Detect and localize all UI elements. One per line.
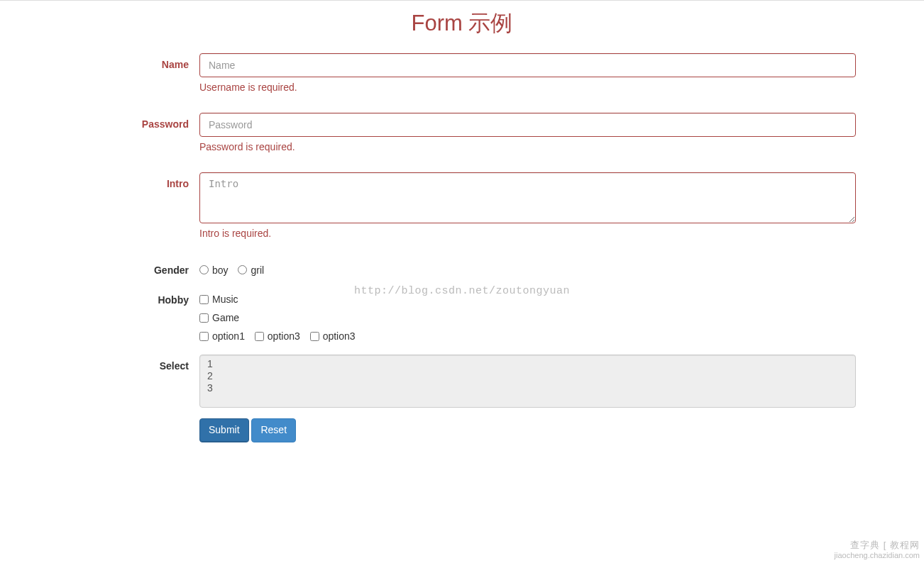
hobby-checkbox-option3a[interactable]: [255, 332, 264, 341]
select-option-1[interactable]: 1: [206, 358, 849, 370]
page-title: Form 示例: [68, 8, 856, 39]
form-group-select: Select 1 2 3: [68, 355, 856, 408]
hobby-option-3[interactable]: option3: [310, 330, 356, 344]
password-error: Password is required.: [199, 140, 856, 155]
select-option-3[interactable]: 3: [206, 382, 849, 394]
hobby-checkbox-option3b[interactable]: [310, 332, 319, 341]
hobby-checkbox-game[interactable]: [199, 313, 209, 323]
intro-textarea[interactable]: [199, 172, 856, 223]
hobby-option-2[interactable]: option3: [255, 330, 300, 344]
select-input[interactable]: 1 2 3: [199, 355, 856, 408]
form-group-password: Password Password is required.: [68, 113, 856, 162]
reset-button[interactable]: Reset: [251, 418, 296, 442]
intro-error: Intro is required.: [199, 227, 856, 241]
form-group-gender: Gender boy gril: [68, 259, 856, 278]
gender-radio-boy[interactable]: [199, 265, 209, 274]
form-group-name: Name Username is required.: [68, 53, 856, 102]
gender-option-gril[interactable]: gril: [238, 264, 264, 278]
hobby-option-game[interactable]: Game: [199, 311, 856, 325]
submit-button[interactable]: Submit: [199, 418, 249, 442]
name-label: Name: [68, 53, 199, 72]
demo-form: Name Username is required. Password Pass…: [68, 53, 856, 442]
gender-label: Gender: [68, 259, 199, 278]
name-input[interactable]: [199, 53, 856, 77]
form-buttons: Submit Reset: [68, 418, 856, 442]
hobby-option-1[interactable]: option1: [199, 330, 245, 344]
hobby-option-music[interactable]: Music: [199, 293, 856, 307]
page-header: Form 示例: [68, 8, 856, 39]
hobby-checkbox-option1[interactable]: [199, 332, 209, 341]
intro-label: Intro: [68, 172, 199, 191]
gender-radio-gril[interactable]: [238, 265, 247, 274]
select-option-2[interactable]: 2: [206, 370, 849, 382]
gender-option-boy[interactable]: boy: [199, 264, 229, 278]
hobby-checkbox-music[interactable]: [199, 295, 209, 304]
name-error: Username is required.: [199, 81, 856, 95]
password-input[interactable]: [199, 113, 856, 137]
form-group-hobby: Hobby Music Game option1 option3 opti: [68, 289, 856, 344]
form-group-intro: Intro Intro is required.: [68, 172, 856, 248]
password-label: Password: [68, 113, 199, 132]
hobby-label: Hobby: [68, 289, 199, 308]
select-label: Select: [68, 355, 199, 374]
